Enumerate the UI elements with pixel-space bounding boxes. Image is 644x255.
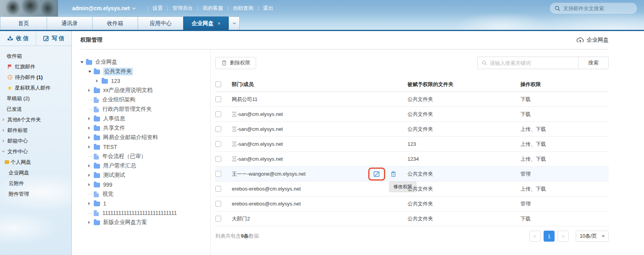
table-row[interactable]: 网易公司11 公共文件夹 下载: [215, 92, 609, 107]
sidebar-item-inbox[interactable]: 收件箱: [0, 51, 71, 61]
account-email: admin@cm.elysys.net: [72, 5, 130, 11]
expand-icon[interactable]: [88, 71, 91, 73]
folder-tree: 企业网盘 公共文件夹 123 xx产品使用说明文档 企业组织架构 行政内部管理文…: [72, 50, 211, 255]
tree-item[interactable]: 共享文件: [72, 123, 210, 133]
expand-icon[interactable]: [88, 127, 90, 130]
prev-page-button[interactable]: <: [529, 231, 540, 242]
menu-item-logout[interactable]: 退出: [263, 5, 273, 12]
tree-item[interactable]: 1111111111111111111111111111: [72, 208, 210, 218]
select-all-checkbox[interactable]: [215, 81, 221, 87]
sidebar-item-starred-contacts[interactable]: ★ 星标联系人邮件: [0, 83, 71, 93]
row-checkbox[interactable]: [215, 96, 221, 102]
tree-item-selected[interactable]: 公共文件夹: [72, 67, 210, 76]
receive-mail-button[interactable]: 收 信: [0, 31, 36, 46]
expand-icon[interactable]: [88, 164, 90, 167]
table-search-input[interactable]: [490, 60, 568, 66]
expand-icon[interactable]: [96, 79, 98, 83]
expand-icon[interactable]: [88, 174, 90, 177]
caret-down-icon: [602, 235, 605, 237]
expand-icon[interactable]: [88, 183, 90, 186]
table-row[interactable]: 三-san@cm.elysys.net 公共文件夹 下载: [215, 107, 609, 122]
divider: [167, 6, 168, 11]
expand-icon[interactable]: [88, 145, 90, 149]
tree-item[interactable]: 视觉: [72, 189, 210, 199]
row-checkbox[interactable]: [215, 171, 221, 177]
next-page-button[interactable]: >: [558, 231, 569, 242]
row-actions: 修改权限: [368, 167, 397, 180]
tree-item[interactable]: 企业组织架构: [72, 95, 210, 105]
search-button[interactable]: 搜索: [578, 57, 609, 69]
delete-row-button[interactable]: [390, 171, 397, 177]
table-search-box[interactable]: [477, 57, 578, 69]
table-row[interactable]: erebos-erebos@cm.elysys.net 公共文件夹 上传、下载: [215, 182, 609, 196]
tree-item[interactable]: 年会流程（已审）: [72, 152, 210, 161]
tree-item[interactable]: 企业网盘: [72, 57, 210, 67]
row-checkbox[interactable]: [215, 186, 221, 192]
table-row-hovered[interactable]: 王一一-wangone@cm.elysys.net 修改权限: [215, 167, 609, 182]
mail-search-box[interactable]: [550, 3, 637, 14]
menu-item-settings[interactable]: 设置: [153, 5, 163, 12]
sidebar-item-cloud-attachment[interactable]: 云附件: [0, 178, 71, 189]
sidebar-item-todo[interactable]: 待办邮件 (1): [0, 72, 71, 83]
sidebar-item-enterprise-disk[interactable]: 企业网盘: [0, 167, 71, 178]
clock-icon: [7, 75, 13, 80]
tab-home[interactable]: 首页: [0, 17, 47, 30]
expand-icon[interactable]: [88, 89, 90, 92]
sidebar-item-personal-disk[interactable]: 个人网盘: [0, 157, 71, 167]
page-size-select[interactable]: 10条/页: [576, 231, 609, 242]
tab-list-dropdown[interactable]: [229, 17, 240, 30]
sidebar-item-sent[interactable]: 已发送: [0, 104, 71, 114]
expand-icon[interactable]: [88, 221, 90, 224]
menu-item-customer-service[interactable]: 我的客服: [203, 5, 223, 12]
close-icon[interactable]: ×: [218, 20, 221, 26]
sidebar-item-mail-center[interactable]: 邮箱中心: [0, 136, 71, 146]
tree-item[interactable]: 人事信息: [72, 114, 210, 123]
tree-item[interactable]: 999: [72, 180, 210, 189]
tree-item[interactable]: 新版企业网盘方案: [72, 218, 210, 227]
tab-inbox[interactable]: 收件箱: [92, 17, 138, 30]
expand-icon[interactable]: [88, 202, 90, 205]
divider: [147, 6, 148, 11]
tree-item[interactable]: 1: [72, 199, 210, 208]
tree-item[interactable]: 网易企业邮箱介绍资料: [72, 133, 210, 142]
mail-search-input[interactable]: [563, 6, 630, 11]
tree-item[interactable]: 用户需求汇总: [72, 161, 210, 171]
current-page-button[interactable]: 1: [544, 231, 555, 242]
menu-item-self-query[interactable]: 自助查询: [233, 5, 253, 12]
sidebar-item-other-folders[interactable]: 其他6个文件夹: [0, 114, 71, 125]
sidebar-item-mail-tags[interactable]: 邮件标签: [0, 125, 71, 136]
expand-icon[interactable]: [80, 61, 84, 63]
row-checkbox[interactable]: [215, 216, 221, 222]
row-checkbox[interactable]: [215, 201, 221, 207]
tab-app-center[interactable]: 应用中心: [138, 17, 183, 30]
tree-item[interactable]: 测试测试: [72, 171, 210, 180]
enterprise-disk-link[interactable]: 企业网盘: [576, 37, 609, 44]
trash-icon: [221, 60, 227, 66]
expand-icon[interactable]: [88, 117, 90, 120]
table-row[interactable]: erebos-erebos@cm.elysys.net 公共文件夹 管理: [215, 196, 609, 211]
expand-icon[interactable]: [88, 136, 90, 139]
menu-item-admin-console[interactable]: 管理后台: [173, 5, 193, 12]
row-checkbox[interactable]: [215, 111, 221, 117]
edit-permission-button[interactable]: [373, 170, 380, 178]
sidebar-item-flagged[interactable]: 红旗邮件: [0, 61, 71, 72]
tree-item[interactable]: 123: [72, 76, 210, 86]
tree-item[interactable]: xx产品使用说明文档: [72, 86, 210, 95]
tree-item[interactable]: TEST: [72, 142, 210, 152]
row-checkbox[interactable]: [215, 126, 221, 132]
tab-enterprise-disk[interactable]: 企业网盘 ×: [183, 17, 229, 30]
table-row[interactable]: 三-san@cm.elysys.net 1234 上传、下载: [215, 152, 609, 167]
account-menu[interactable]: admin@cm.elysys.net: [72, 5, 136, 11]
table-row[interactable]: 三-san@cm.elysys.net 123 上传、下载: [215, 137, 609, 152]
row-checkbox[interactable]: [215, 141, 221, 147]
compose-mail-button[interactable]: 写 信: [36, 31, 72, 46]
sidebar-item-attachment-manage[interactable]: 附件管理: [0, 189, 71, 199]
delete-permission-button[interactable]: 删除权限: [215, 57, 256, 69]
tree-item[interactable]: 行政内部管理文件夹: [72, 105, 210, 114]
table-row[interactable]: 三-san@cm.elysys.net 公共文件夹 上传、下载: [215, 122, 609, 137]
row-checkbox[interactable]: [215, 156, 221, 162]
sidebar-item-file-center[interactable]: 文件中心: [0, 146, 71, 157]
tab-contacts[interactable]: 通讯录: [47, 17, 92, 30]
sidebar-item-drafts[interactable]: 草稿箱 (2): [0, 93, 71, 104]
table-row[interactable]: 大部门2 公共文件夹 下载: [215, 211, 609, 226]
